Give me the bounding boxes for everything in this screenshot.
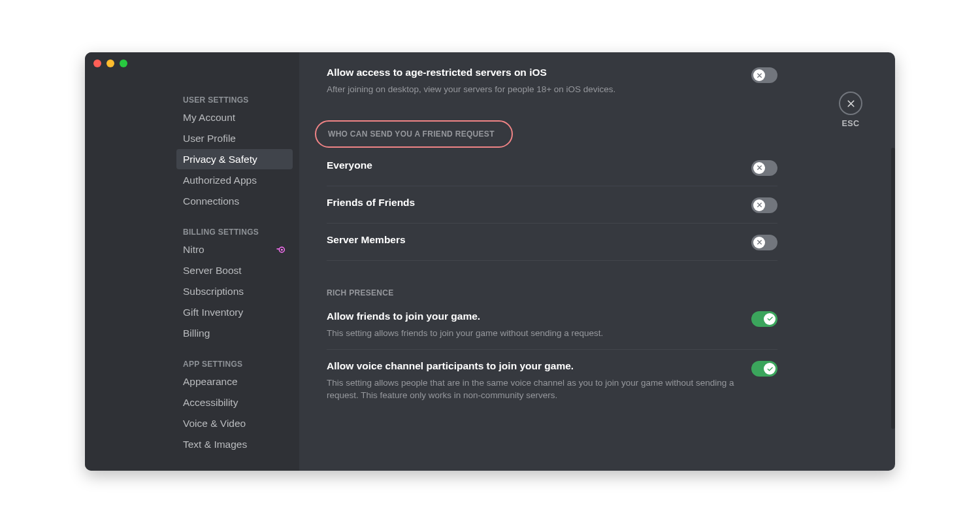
close-label: ESC (839, 119, 862, 128)
sidebar-item-user-profile[interactable]: User Profile (176, 128, 293, 148)
check-icon (766, 365, 774, 373)
close-icon (845, 98, 857, 109)
setting-desc: This setting allows people that are in t… (327, 377, 738, 401)
sidebar-item-privacy-safety[interactable]: Privacy & Safety (176, 149, 293, 169)
settings-sidebar: USER SETTINGSMy AccountUser ProfilePriva… (85, 52, 299, 471)
toggle-friend-0[interactable] (751, 160, 777, 176)
sidebar-item-label: My Account (183, 112, 235, 124)
toggle-rich-1[interactable] (751, 361, 777, 377)
setting-title: Allow voice channel participants to join… (327, 360, 738, 372)
content-scrollbar[interactable] (891, 148, 895, 429)
sidebar-item-connections[interactable]: Connections (176, 191, 293, 211)
minimize-window-icon[interactable] (106, 59, 114, 67)
setting-title: Server Members (327, 234, 738, 246)
sidebar-item-gift-inventory[interactable]: Gift Inventory (176, 302, 293, 322)
setting-title: Allow access to age-restricted servers o… (327, 67, 738, 78)
sidebar-item-label: Authorized Apps (183, 175, 257, 186)
sidebar-item-label: Nitro (183, 244, 204, 256)
setting-row-rich-0: Allow friends to join your game.This set… (327, 300, 777, 350)
sidebar-item-label: Privacy & Safety (183, 154, 257, 165)
setting-row-friend-1: Friends of Friends (327, 186, 777, 224)
sidebar-item-label: Appearance (183, 376, 238, 388)
close-button[interactable] (839, 92, 862, 115)
setting-desc: This setting allows friends to join your… (327, 328, 738, 340)
setting-title: Friends of Friends (327, 197, 738, 209)
sidebar-item-billing[interactable]: Billing (176, 323, 293, 343)
settings-window: USER SETTINGSMy AccountUser ProfilePriva… (85, 52, 895, 471)
sidebar-item-my-account[interactable]: My Account (176, 107, 293, 127)
toggle-friend-2[interactable] (751, 235, 777, 250)
section-header-friend-request: WHO CAN SEND YOU A FRIEND REQUEST (315, 120, 513, 148)
sidebar-item-label: Text & Images (183, 439, 247, 450)
toggle-rich-0[interactable] (751, 311, 777, 327)
sidebar-item-label: Server Boost (183, 265, 242, 277)
check-icon (766, 315, 774, 322)
toggle-age-restricted[interactable] (751, 67, 777, 83)
setting-title: Allow friends to join your game. (327, 311, 738, 322)
sidebar-item-label: Accessibility (183, 397, 238, 409)
sidebar-item-appearance[interactable]: Appearance (176, 371, 293, 392)
zoom-window-icon[interactable] (120, 59, 127, 67)
sidebar-item-nitro[interactable]: Nitro (176, 239, 293, 260)
sidebar-section-header: USER SETTINGS (176, 92, 293, 107)
nitro-badge-icon (276, 245, 286, 255)
x-icon (756, 201, 763, 209)
close-window-icon[interactable] (93, 59, 101, 67)
window-controls (93, 59, 127, 67)
sidebar-item-label: Subscriptions (183, 286, 244, 297)
close-settings: ESC (839, 92, 862, 128)
setting-row-age-restricted: Allow access to age-restricted servers o… (327, 65, 777, 106)
sidebar-section-header: BILLING SETTINGS (176, 224, 293, 239)
sidebar-item-label: Gift Inventory (183, 307, 243, 318)
toggle-friend-1[interactable] (751, 197, 777, 213)
sidebar-item-label: Connections (183, 195, 239, 207)
sidebar-item-voice-video[interactable]: Voice & Video (176, 413, 293, 433)
sidebar-item-subscriptions[interactable]: Subscriptions (176, 281, 293, 301)
x-icon (756, 164, 763, 171)
sidebar-item-label: User Profile (183, 133, 236, 144)
sidebar-item-authorized-apps[interactable]: Authorized Apps (176, 170, 293, 190)
x-icon (756, 239, 763, 246)
setting-desc: After joining on desktop, view your serv… (327, 84, 738, 96)
setting-title: Everyone (327, 160, 738, 171)
sidebar-item-text-images[interactable]: Text & Images (176, 434, 293, 454)
section-header-rich-presence: RICH PRESENCE (327, 288, 777, 297)
sidebar-item-label: Voice & Video (183, 418, 246, 430)
sidebar-item-accessibility[interactable]: Accessibility (176, 392, 293, 413)
setting-row-rich-1: Allow voice channel participants to join… (327, 350, 777, 411)
sidebar-item-label: Billing (183, 328, 210, 339)
svg-point-1 (281, 248, 283, 250)
sidebar-section-header: APP SETTINGS (176, 356, 293, 371)
sidebar-item-server-boost[interactable]: Server Boost (176, 260, 293, 280)
settings-content: Allow access to age-restricted servers o… (299, 52, 895, 471)
setting-row-friend-2: Server Members (327, 224, 777, 261)
setting-row-friend-0: Everyone (327, 149, 777, 186)
